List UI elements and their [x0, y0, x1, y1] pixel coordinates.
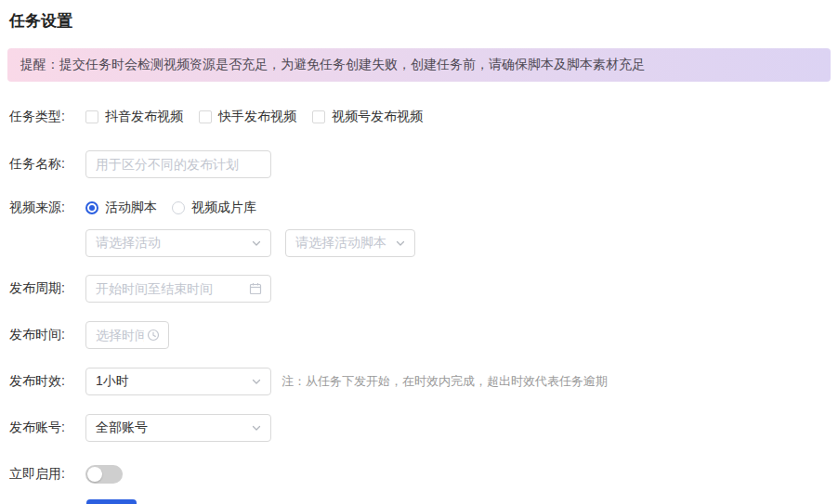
checkbox-option-shipinhao[interactable]: 视频号发布视频 — [312, 109, 423, 125]
publish-validity-label: 发布时效: — [9, 373, 85, 390]
toggle-knob — [87, 467, 102, 482]
alert-text: 提醒：提交任务时会检测视频资源是否充足，为避免任务创建失败，创建任务前，请确保脚… — [20, 57, 645, 73]
publish-time-label: 发布时间: — [9, 327, 85, 343]
task-settings-page: 任务设置 提醒：提交任务时会检测视频资源是否充足，为避免任务创建失败，创建任务前… — [0, 0, 838, 504]
row-publish-validity: 发布时效: 1小时 注：从任务下发开始，在时效内完成，超出时效代表任务逾期 — [9, 368, 838, 395]
video-source-label: 视频来源: — [9, 200, 85, 216]
checkbox-kuaishou[interactable] — [199, 110, 212, 123]
checkbox-label-kuaishou: 快手发布视频 — [218, 109, 296, 125]
checkbox-label-douyin: 抖音发布视频 — [105, 109, 183, 125]
radio-option-video-library[interactable]: 视频成片库 — [172, 200, 256, 216]
task-name-input[interactable] — [86, 151, 270, 177]
radio-activity-script[interactable] — [85, 201, 98, 214]
task-form: 任务类型: 抖音发布视频 快手发布视频 视频号发布视频 任务名称: 视频来源: — [9, 109, 838, 484]
row-publish-account: 发布账号: 全部账号 — [9, 414, 838, 442]
checkbox-option-kuaishou[interactable]: 快手发布视频 — [199, 109, 296, 125]
publish-validity-value: 1小时 — [96, 373, 129, 390]
chevron-down-icon — [251, 422, 262, 433]
checkbox-label-shipinhao: 视频号发布视频 — [332, 109, 423, 125]
row-video-source: 视频来源: 活动脚本 视频成片库 — [9, 200, 838, 216]
publish-account-select[interactable]: 全部账号 — [85, 414, 271, 442]
publish-period-label: 发布周期: — [9, 280, 85, 297]
submit-button[interactable] — [86, 499, 137, 504]
row-task-type: 任务类型: 抖音发布视频 快手发布视频 视频号发布视频 — [9, 109, 838, 125]
alert-banner: 提醒：提交任务时会检测视频资源是否充足，为避免任务创建失败，创建任务前，请确保脚… — [7, 48, 831, 82]
activity-select[interactable]: 请选择活动 — [85, 229, 271, 257]
chevron-down-icon — [251, 376, 262, 387]
chevron-down-icon — [251, 238, 262, 249]
chevron-down-icon — [395, 238, 406, 249]
publish-validity-select[interactable]: 1小时 — [85, 368, 271, 395]
row-publish-time: 发布时间: — [9, 321, 838, 349]
activity-script-select-value: 请选择活动脚本 — [295, 235, 386, 252]
publish-period-input[interactable] — [86, 276, 270, 302]
publish-time-input-wrap — [85, 321, 169, 349]
task-name-label: 任务名称: — [9, 156, 85, 173]
radio-label-activity-script: 活动脚本 — [105, 200, 157, 216]
row-publish-period: 发布周期: — [9, 275, 838, 303]
row-task-name: 任务名称: — [9, 150, 838, 178]
activity-script-select[interactable]: 请选择活动脚本 — [285, 229, 415, 257]
enable-now-label: 立即启用: — [9, 466, 85, 483]
publish-time-input[interactable] — [86, 322, 168, 348]
publish-period-input-wrap — [85, 275, 271, 303]
task-type-label: 任务类型: — [9, 109, 85, 125]
activity-select-value: 请选择活动 — [96, 235, 161, 252]
page-title: 任务设置 — [0, 0, 838, 32]
publish-account-value: 全部账号 — [96, 420, 148, 436]
radio-label-video-library: 视频成片库 — [191, 200, 256, 216]
checkbox-douyin[interactable] — [85, 110, 98, 123]
task-name-input-wrap — [85, 150, 271, 178]
radio-video-library[interactable] — [172, 201, 185, 214]
publish-validity-note: 注：从任务下发开始，在时效内完成，超出时效代表任务逾期 — [282, 373, 608, 390]
checkbox-shipinhao[interactable] — [312, 110, 325, 123]
enable-now-toggle[interactable] — [85, 465, 123, 484]
checkbox-option-douyin[interactable]: 抖音发布视频 — [85, 109, 183, 125]
publish-account-label: 发布账号: — [9, 420, 85, 436]
row-activity-selects: 请选择活动 请选择活动脚本 — [9, 229, 838, 257]
row-enable-now: 立即启用: — [9, 465, 838, 484]
radio-option-activity-script[interactable]: 活动脚本 — [85, 200, 157, 216]
